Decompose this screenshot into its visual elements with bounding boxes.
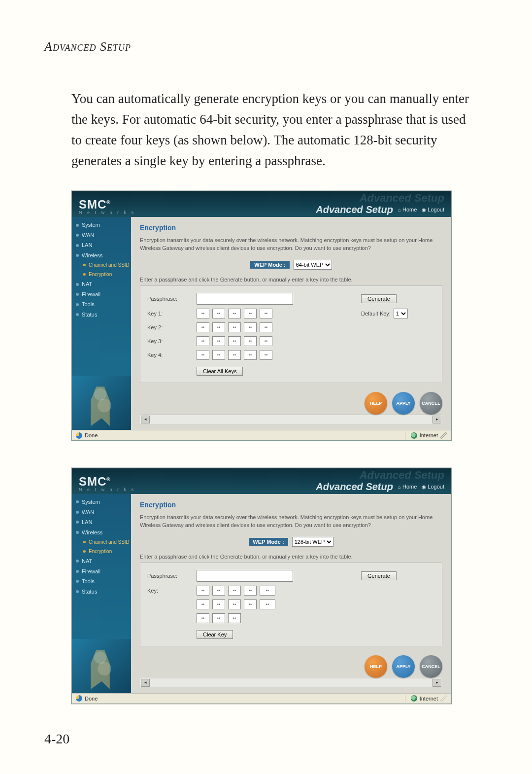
- passphrase-input[interactable]: [197, 293, 293, 305]
- brand-bar: SMC® N e t w o r k s Advanced Setup Adva…: [72, 191, 451, 217]
- main-content: Encryption Encryption transmits your dat…: [131, 217, 451, 430]
- key-cell[interactable]: [228, 599, 241, 609]
- sidebar-item-status[interactable]: Status: [72, 587, 131, 597]
- cancel-button[interactable]: CANCEL: [420, 655, 442, 678]
- key1-cell[interactable]: [244, 309, 257, 318]
- help-button[interactable]: HELP: [365, 655, 387, 678]
- key-panel: Passphrase: Generate Key:: [140, 563, 442, 646]
- logout-link[interactable]: ◉ Logout: [422, 484, 444, 490]
- key3-cell[interactable]: [212, 336, 225, 346]
- apply-button[interactable]: APPLY: [392, 655, 415, 678]
- key4-cell[interactable]: [212, 350, 225, 360]
- home-icon: ⌂: [398, 207, 401, 212]
- apply-button[interactable]: APPLY: [392, 392, 415, 415]
- cancel-button[interactable]: CANCEL: [420, 392, 442, 415]
- sidebar-item-lan[interactable]: LAN: [72, 517, 131, 528]
- sidebar-item-wan[interactable]: WAN: [72, 507, 131, 518]
- sidebar-item-tools[interactable]: Tools: [72, 299, 131, 310]
- key-cell[interactable]: [197, 599, 209, 609]
- brand-subtext: N e t w o r k s: [79, 211, 135, 215]
- key-cell[interactable]: [212, 599, 225, 609]
- main-content: Encryption Encryption transmits your dat…: [131, 494, 451, 693]
- wep-mode-select[interactable]: 64-bit WEP: [294, 260, 332, 270]
- sidebar-item-nat[interactable]: NAT: [72, 279, 131, 289]
- logout-link[interactable]: ◉ Logout: [422, 207, 444, 212]
- logout-icon: ◉: [422, 207, 426, 212]
- scroll-right-icon[interactable]: ▸: [432, 416, 441, 423]
- generate-button[interactable]: Generate: [361, 571, 397, 580]
- horizontal-scrollbar[interactable]: ◂ ▸: [140, 415, 442, 424]
- section-title: Encryption: [140, 224, 442, 232]
- sidebar-item-status[interactable]: Status: [72, 310, 131, 320]
- home-icon: ⌂: [398, 484, 401, 490]
- sidebar-image: [72, 639, 131, 693]
- home-link[interactable]: ⌂ Home: [398, 207, 417, 212]
- key-cell[interactable]: [197, 586, 209, 596]
- section-title: Encryption: [140, 501, 442, 509]
- sidebar-sub-channel[interactable]: Channel and SSID: [72, 537, 131, 547]
- sidebar-sub-encryption[interactable]: Encryption: [72, 547, 131, 556]
- wep-mode-label: WEP Mode :: [250, 261, 289, 269]
- status-bar: Done Internet: [72, 430, 451, 440]
- key2-cell[interactable]: [228, 322, 241, 332]
- clear-all-keys-button[interactable]: Clear All Keys: [197, 367, 243, 376]
- key-cell[interactable]: [212, 613, 225, 623]
- scroll-left-icon[interactable]: ◂: [141, 679, 150, 687]
- passphrase-label: Passphrase:: [147, 296, 192, 302]
- key1-cell[interactable]: [197, 309, 209, 318]
- key1-label: Key 1:: [147, 311, 192, 317]
- sidebar-sub-encryption[interactable]: Encryption: [72, 270, 131, 279]
- key-cell[interactable]: [212, 586, 225, 596]
- key-cell[interactable]: [260, 586, 275, 596]
- sidebar-item-firewall[interactable]: Firewall: [72, 566, 131, 577]
- key-cell[interactable]: [244, 586, 257, 596]
- scroll-left-icon[interactable]: ◂: [141, 416, 150, 423]
- passphrase-label: Passphrase:: [147, 573, 192, 579]
- help-button[interactable]: HELP: [365, 392, 387, 415]
- sidebar: System WAN LAN Wireless Channel and SSID…: [72, 217, 131, 430]
- key-cell[interactable]: [228, 613, 241, 623]
- resize-grip-icon: [440, 695, 447, 702]
- key4-cell[interactable]: [197, 350, 209, 360]
- sidebar-sub-channel[interactable]: Channel and SSID: [72, 260, 131, 270]
- sidebar-item-system[interactable]: System: [72, 220, 131, 230]
- key-cell[interactable]: [244, 599, 257, 609]
- key3-cell[interactable]: [244, 336, 257, 346]
- scroll-right-icon[interactable]: ▸: [432, 679, 441, 687]
- resize-grip-icon: [440, 432, 447, 439]
- key3-cell[interactable]: [260, 336, 272, 346]
- key2-cell[interactable]: [260, 322, 272, 332]
- clear-key-button[interactable]: Clear Key: [197, 630, 233, 639]
- sidebar-item-system[interactable]: System: [72, 497, 131, 507]
- home-link[interactable]: ⌂ Home: [398, 484, 417, 490]
- key4-cell[interactable]: [244, 350, 257, 360]
- passphrase-input[interactable]: [197, 570, 293, 582]
- sidebar-item-wireless[interactable]: Wireless: [72, 250, 131, 261]
- wep-mode-select[interactable]: 128-bit WEP: [292, 537, 333, 547]
- key4-cell[interactable]: [260, 350, 272, 360]
- key2-cell[interactable]: [197, 322, 209, 332]
- key2-cell[interactable]: [244, 322, 257, 332]
- key1-cell[interactable]: [212, 309, 225, 318]
- generate-button[interactable]: Generate: [361, 294, 397, 303]
- key1-cell[interactable]: [260, 309, 272, 318]
- sidebar-item-lan[interactable]: LAN: [72, 240, 131, 250]
- default-key-select[interactable]: 1: [394, 309, 408, 318]
- key1-cell[interactable]: [228, 309, 241, 318]
- sidebar-item-wireless[interactable]: Wireless: [72, 528, 131, 538]
- key4-cell[interactable]: [228, 350, 241, 360]
- key3-cell[interactable]: [228, 336, 241, 346]
- key-cell[interactable]: [197, 613, 209, 623]
- wep-mode-label: WEP Mode :: [249, 538, 288, 546]
- instruction-text: Enter a passphrase and click the Generat…: [140, 277, 442, 282]
- key-cell[interactable]: [228, 586, 241, 596]
- instruction-text: Enter a passphrase and click the Generat…: [140, 554, 442, 560]
- key2-cell[interactable]: [212, 322, 225, 332]
- key-cell[interactable]: [260, 599, 275, 609]
- key3-cell[interactable]: [197, 336, 209, 346]
- sidebar-item-nat[interactable]: NAT: [72, 556, 131, 566]
- sidebar-item-wan[interactable]: WAN: [72, 230, 131, 241]
- sidebar-item-tools[interactable]: Tools: [72, 576, 131, 587]
- sidebar-item-firewall[interactable]: Firewall: [72, 289, 131, 300]
- horizontal-scrollbar[interactable]: ◂ ▸: [140, 678, 442, 687]
